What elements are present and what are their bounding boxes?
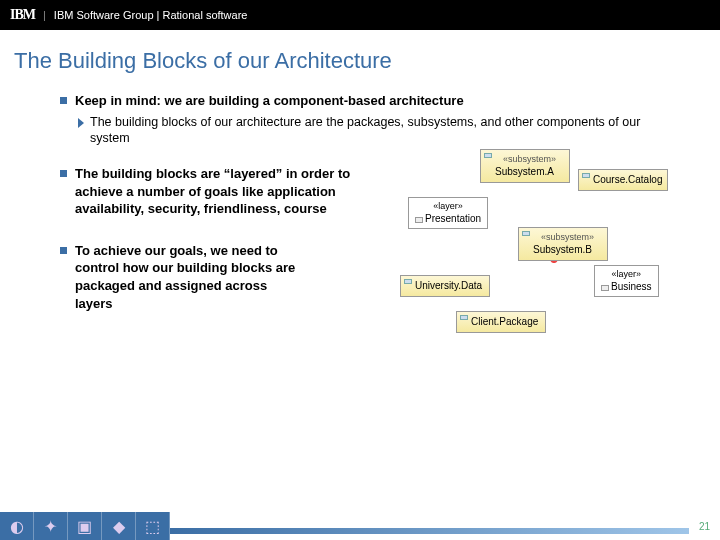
folder-icon (601, 285, 609, 291)
folder-icon (582, 173, 590, 178)
presentation-label: Presentation (425, 213, 481, 224)
bullet-1-text: Keep in mind: we are building a componen… (75, 92, 464, 110)
bullet-1-sub: The building blocks of our architecture … (78, 114, 680, 148)
subsystem-b-box: «subsystem» Subsystem.B (518, 227, 608, 261)
stereotype-label: «layer» (601, 268, 652, 280)
header-group: IBM Software Group | Rational software (54, 9, 248, 21)
folder-icon (522, 231, 530, 236)
folder-icon (484, 153, 492, 158)
business-layer-box: «layer» Business (594, 265, 659, 297)
page-number: 21 (689, 521, 720, 532)
course-catalog-box: Course.Catalog (578, 169, 668, 191)
presentation-layer-box: «layer» Presentation (408, 197, 488, 229)
university-data-box: University.Data (400, 275, 490, 297)
bullet-1-sub-text: The building blocks of our architecture … (90, 114, 680, 148)
footer-icon-strip: ◐ ✦ ▣ ◆ ⬚ (0, 512, 170, 540)
ibm-logo: IBM (10, 7, 35, 23)
bullet-3-text: To achieve our goals, we need to control… (75, 242, 300, 312)
bullet-2-text: The building blocks are “layered” in ord… (75, 165, 374, 218)
footer-gradient-bar (170, 528, 689, 534)
bullet-square-icon (60, 170, 67, 177)
bullet-square-icon (60, 247, 67, 254)
footer-icon: ◐ (0, 512, 34, 540)
client-package-label: Client.Package (471, 315, 540, 329)
subsystem-a-label: Subsystem.A (495, 165, 564, 179)
client-package-box: Client.Package (456, 311, 546, 333)
business-label: Business (611, 281, 652, 292)
header-bar: IBM | IBM Software Group | Rational soft… (0, 0, 720, 30)
stereotype-label: «subsystem» (533, 231, 602, 243)
folder-icon (460, 315, 468, 320)
footer-icon: ◆ (102, 512, 136, 540)
header-divider: | (43, 9, 46, 21)
bullet-3: To achieve our goals, we need to control… (60, 242, 300, 312)
slide-body: Keep in mind: we are building a componen… (0, 92, 720, 316)
footer-icon: ▣ (68, 512, 102, 540)
bullet-triangle-icon (78, 118, 84, 128)
bullet-square-icon (60, 97, 67, 104)
bullet-2: The building blocks are “layered” in ord… (60, 165, 374, 218)
subsystem-a-box: «subsystem» Subsystem.A (480, 149, 570, 183)
stereotype-label: «subsystem» (495, 153, 564, 165)
course-catalog-label: Course.Catalog (593, 173, 662, 187)
footer-icon: ✦ (34, 512, 68, 540)
university-data-label: University.Data (415, 279, 484, 293)
bullet-1: Keep in mind: we are building a componen… (60, 92, 680, 110)
footer: ◐ ✦ ▣ ◆ ⬚ 21 (0, 512, 720, 540)
subsystem-b-label: Subsystem.B (533, 243, 602, 257)
folder-icon (415, 217, 423, 223)
folder-icon (404, 279, 412, 284)
slide-title: The Building Blocks of our Architecture (0, 30, 720, 84)
stereotype-label: «layer» (415, 200, 481, 212)
footer-icon: ⬚ (136, 512, 170, 540)
